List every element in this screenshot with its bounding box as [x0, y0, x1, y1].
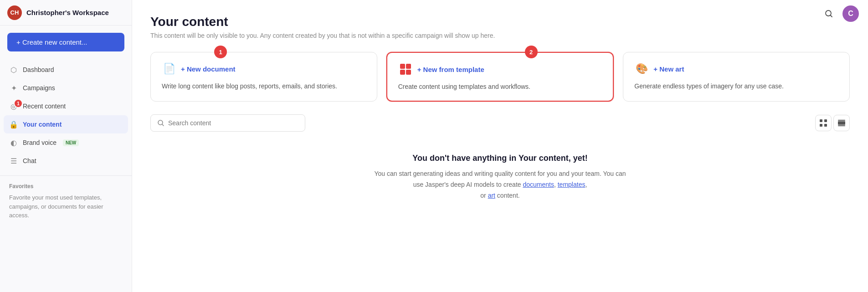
- art-link[interactable]: art: [488, 192, 495, 199]
- new-badge: NEW: [63, 139, 79, 146]
- sidebar-item-label: Recent content: [23, 102, 66, 110]
- new-from-template-card[interactable]: + New from template Create content using…: [386, 52, 614, 102]
- sidebar-item-recent-content[interactable]: ◎ Recent content 1: [4, 97, 128, 115]
- sidebar-item-label: Your content: [23, 121, 62, 128]
- new-document-icon: 📄: [162, 61, 176, 76]
- card-header: 📄 + New document: [162, 61, 366, 76]
- search-input[interactable]: [168, 119, 298, 127]
- empty-state-title: You don't have anything in Your content,…: [150, 154, 850, 163]
- sidebar-item-label: Brand voice: [23, 139, 56, 146]
- empty-state: You don't have anything in Your content,…: [150, 154, 850, 201]
- sidebar-item-label: Campaigns: [23, 84, 55, 92]
- sidebar-item-label: Chat: [23, 157, 36, 164]
- grid-view-button[interactable]: [815, 115, 832, 131]
- sidebar-item-your-content[interactable]: 🔒 Your content: [4, 115, 128, 133]
- svg-rect-2: [406, 64, 411, 69]
- sidebar-nav: ⬡ Dashboard ✦ Campaigns ◎ Recent content…: [0, 59, 132, 172]
- page-title: Your content: [150, 15, 850, 29]
- new-document-card[interactable]: 📄 + New document Write long content like…: [150, 52, 377, 102]
- search-icon-button[interactable]: [821, 5, 837, 22]
- new-art-body: Generate endless types of imagery for an…: [634, 82, 838, 91]
- empty-state-body: You can start generating ideas and writi…: [373, 169, 628, 201]
- svg-rect-12: [838, 125, 845, 126]
- search-row: [150, 114, 850, 132]
- brand-voice-icon: ◐: [9, 138, 18, 147]
- search-container[interactable]: [150, 114, 305, 132]
- sidebar-header: CH Christopher's Workspace: [0, 0, 132, 26]
- badge-number-1: 1: [14, 99, 23, 108]
- your-content-icon: 🔒: [9, 120, 18, 129]
- new-from-template-title: + New from template: [417, 66, 484, 73]
- svg-rect-10: [838, 120, 845, 121]
- templates-link[interactable]: templates: [558, 181, 586, 188]
- new-art-card[interactable]: 🎨 + New art Generate endless types of im…: [623, 52, 850, 102]
- svg-rect-6: [820, 119, 822, 122]
- sidebar: CH Christopher's Workspace + Create new …: [0, 0, 132, 292]
- campaigns-icon: ✦: [9, 83, 18, 92]
- svg-rect-9: [824, 124, 827, 127]
- sidebar-item-label: Dashboard: [23, 66, 54, 73]
- sidebar-item-campaigns[interactable]: ✦ Campaigns: [4, 79, 128, 97]
- workspace-name: Christopher's Workspace: [26, 9, 109, 16]
- page-subtitle: This content will be only visible to you…: [150, 32, 850, 39]
- step-badge-1: 1: [214, 46, 227, 58]
- cards-row: 1 📄 + New document Write long content li…: [150, 52, 850, 102]
- new-from-template-body: Create content using templates and workf…: [398, 82, 602, 92]
- top-bar: C: [812, 0, 868, 27]
- new-art-title: + New art: [653, 65, 684, 73]
- favorites-text: Favorite your most used templates, campa…: [9, 193, 123, 220]
- search-icon: [824, 9, 833, 18]
- sidebar-item-brand-voice[interactable]: ◐ Brand voice NEW: [4, 133, 128, 152]
- sidebar-item-chat[interactable]: ☰ Chat: [4, 152, 128, 170]
- dashboard-icon: ⬡: [9, 65, 18, 74]
- new-art-icon: 🎨: [634, 61, 649, 76]
- create-new-content-button[interactable]: + Create new content...: [7, 33, 124, 51]
- svg-rect-3: [400, 70, 405, 75]
- main-content: C Your content This content will be only…: [132, 0, 868, 292]
- svg-rect-4: [406, 70, 411, 75]
- svg-rect-7: [824, 119, 827, 122]
- list-view-button[interactable]: [833, 115, 850, 131]
- svg-rect-8: [820, 124, 822, 127]
- step-badge-2: 2: [525, 46, 538, 58]
- user-avatar[interactable]: C: [842, 5, 859, 22]
- documents-link[interactable]: documents: [523, 181, 554, 188]
- chat-icon: ☰: [9, 156, 18, 165]
- sidebar-item-dashboard[interactable]: ⬡ Dashboard: [4, 61, 128, 79]
- new-from-template-icon: [398, 62, 413, 77]
- favorites-title: Favorites: [9, 183, 123, 190]
- search-icon: [157, 119, 164, 127]
- card-header: + New from template: [398, 62, 602, 77]
- new-document-title: + New document: [181, 65, 236, 73]
- svg-rect-11: [838, 121, 845, 125]
- card-header: 🎨 + New art: [634, 61, 838, 76]
- new-document-body: Write long content like blog posts, repo…: [162, 82, 366, 91]
- view-toggle: [815, 115, 850, 131]
- workspace-avatar: CH: [7, 5, 22, 20]
- svg-rect-1: [400, 64, 405, 69]
- favorites-section: Favorites Favorite your most used templa…: [0, 175, 132, 227]
